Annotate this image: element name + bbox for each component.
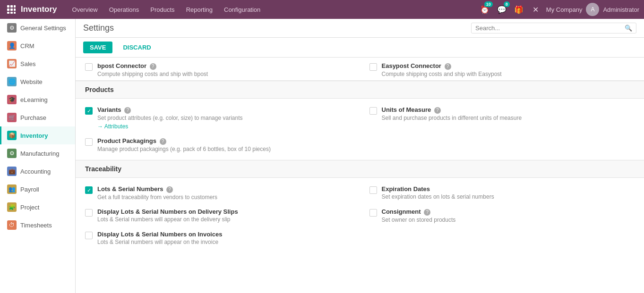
lots-serial-label: Lots & Serial Numbers (97, 185, 163, 193)
nav-menu: Overview Operations Products Reporting C… (68, 4, 475, 15)
svg-rect-8 (14, 12, 16, 14)
bpost-help-icon[interactable]: ? (150, 63, 156, 70)
lots-serial-checkbox[interactable] (85, 186, 93, 194)
easypost-desc: Compute shipping costs and ship with Eas… (382, 71, 502, 77)
sidebar-item-crm[interactable]: 👤CRM (0, 37, 75, 55)
nav-overview[interactable]: Overview (68, 4, 103, 15)
svg-rect-2 (14, 5, 16, 8)
nav-products[interactable]: Products (146, 4, 179, 15)
sidebar-label-general-settings: General Settings (20, 25, 66, 32)
sidebar-item-manufacturing[interactable]: ⚙Manufacturing (0, 144, 75, 162)
sidebar-label-timesheets: Timesheets (20, 222, 52, 229)
purchase-icon: 🛒 (7, 113, 17, 122)
easypost-item: Easypost Connector ? Compute shipping co… (369, 62, 635, 77)
sidebar-label-payroll: Payroll (20, 186, 39, 193)
consignment-checkbox[interactable] (369, 209, 377, 217)
products-section-header: Products (76, 81, 644, 99)
sidebar-item-purchase[interactable]: 🛒Purchase (0, 109, 75, 126)
sidebar-label-project: Project (20, 204, 39, 211)
svg-rect-7 (10, 12, 13, 14)
svg-rect-4 (10, 8, 13, 11)
sidebar-label-sales: Sales (20, 60, 36, 67)
sidebar-label-manufacturing: Manufacturing (20, 150, 59, 157)
uom-label: Units of Measure (382, 106, 431, 113)
avatar[interactable]: A (586, 3, 599, 16)
sidebar-item-sales[interactable]: 📈Sales (0, 55, 75, 73)
sales-icon: 📈 (7, 59, 17, 68)
consignment-desc: Set owner on stored products (382, 217, 456, 223)
expiration-checkbox[interactable] (369, 186, 377, 194)
svg-rect-5 (14, 8, 16, 11)
attributes-link[interactable]: → Attributes (97, 123, 128, 130)
expiration-item: Expiration Dates Set expiration dates on… (369, 185, 635, 201)
sidebar-item-website[interactable]: 🌐Website (0, 73, 75, 91)
save-button[interactable]: SAVE (83, 42, 112, 53)
display-lots-delivery-checkbox[interactable] (85, 209, 93, 217)
uom-item: Units of Measure ? Sell and purchase pro… (369, 106, 635, 130)
lots-serial-help-icon[interactable]: ? (166, 186, 173, 193)
sidebar-item-inventory[interactable]: 📦Inventory (0, 126, 75, 144)
nav-configuration[interactable]: Configuration (219, 4, 265, 15)
svg-rect-6 (7, 12, 9, 14)
sidebar-item-elearning[interactable]: 🎓eLearning (0, 91, 75, 109)
grid-icon[interactable] (5, 3, 18, 16)
crm-icon: 👤 (7, 41, 17, 50)
inventory-icon: 📦 (7, 131, 17, 140)
gift-icon[interactable]: 🎁 (512, 3, 525, 16)
activity-icon[interactable]: ⏰ 10 (478, 3, 491, 16)
uom-checkbox[interactable] (369, 107, 377, 115)
uom-desc: Sell and purchase products in different … (382, 115, 522, 121)
easypost-help-icon[interactable]: ? (445, 63, 451, 70)
sidebar-item-project[interactable]: 🧩Project (0, 198, 75, 216)
elearning-icon: 🎓 (7, 95, 17, 104)
search-input[interactable] (475, 25, 625, 32)
project-icon: 🧩 (7, 202, 17, 212)
message-badge: 8 (504, 1, 510, 7)
sidebar: ⚙General Settings👤CRM📈Sales🌐Website🎓eLea… (0, 19, 76, 293)
sidebar-item-accounting[interactable]: 💼Accounting (0, 162, 75, 180)
message-icon[interactable]: 💬 8 (495, 3, 508, 16)
display-lots-delivery-item: Display Lots & Serial Numbers on Deliver… (85, 208, 351, 223)
manufacturing-icon: ⚙ (7, 149, 17, 158)
traceability-grid: Lots & Serial Numbers ? Get a full trace… (76, 178, 644, 253)
consignment-help-icon[interactable]: ? (424, 209, 430, 216)
general-settings-icon: ⚙ (7, 23, 17, 33)
partial-connectors-section: bpost Connector ? Compute shipping costs… (76, 58, 644, 81)
variants-desc: Set product attributes (e.g. color, size… (97, 115, 243, 121)
search-bar: 🔍 (471, 23, 636, 33)
sidebar-item-general-settings[interactable]: ⚙General Settings (0, 19, 75, 37)
variants-checkbox[interactable] (85, 107, 93, 115)
svg-rect-0 (7, 5, 9, 8)
svg-rect-3 (7, 8, 9, 11)
nav-reporting[interactable]: Reporting (181, 4, 217, 15)
display-lots-delivery-desc: Lots & Serial numbers will appear on the… (97, 216, 238, 223)
navbar: Inventory Overview Operations Products R… (0, 0, 644, 19)
display-lots-delivery-label: Display Lots & Serial Numbers on Deliver… (97, 208, 238, 215)
layout: ⚙General Settings👤CRM📈Sales🌐Website🎓eLea… (0, 19, 644, 293)
uom-help-icon[interactable]: ? (434, 107, 441, 114)
bpost-item: bpost Connector ? Compute shipping costs… (85, 62, 351, 77)
discard-button[interactable]: DISCARD (116, 42, 157, 53)
bpost-checkbox[interactable] (85, 63, 93, 71)
accounting-icon: 💼 (7, 167, 17, 176)
company-name[interactable]: My Company (546, 6, 583, 13)
variants-help-icon[interactable]: ? (124, 107, 131, 114)
bpost-desc: Compute shipping costs and ship with bpo… (97, 71, 208, 77)
timesheets-icon: ⏱ (7, 220, 17, 230)
admin-name: Administrator (603, 6, 639, 13)
sidebar-item-payroll[interactable]: 👥Payroll (0, 180, 75, 198)
packagings-help-icon[interactable]: ? (160, 138, 166, 145)
traceability-section-header: Traceability (76, 160, 644, 178)
sidebar-item-timesheets[interactable]: ⏱Timesheets (0, 216, 75, 234)
packagings-checkbox[interactable] (85, 138, 93, 146)
expiration-desc: Set expiration dates on lots & serial nu… (382, 193, 494, 200)
close-icon[interactable]: ✕ (529, 3, 542, 16)
sidebar-label-website: Website (20, 78, 43, 85)
search-icon: 🔍 (625, 25, 632, 32)
consignment-item: Consignment ? Set owner on stored produc… (369, 208, 635, 223)
expiration-label: Expiration Dates (382, 185, 430, 193)
header-bar: Settings 🔍 (76, 19, 644, 38)
display-lots-invoices-checkbox[interactable] (85, 232, 93, 239)
easypost-checkbox[interactable] (369, 63, 377, 71)
nav-operations[interactable]: Operations (104, 4, 144, 15)
